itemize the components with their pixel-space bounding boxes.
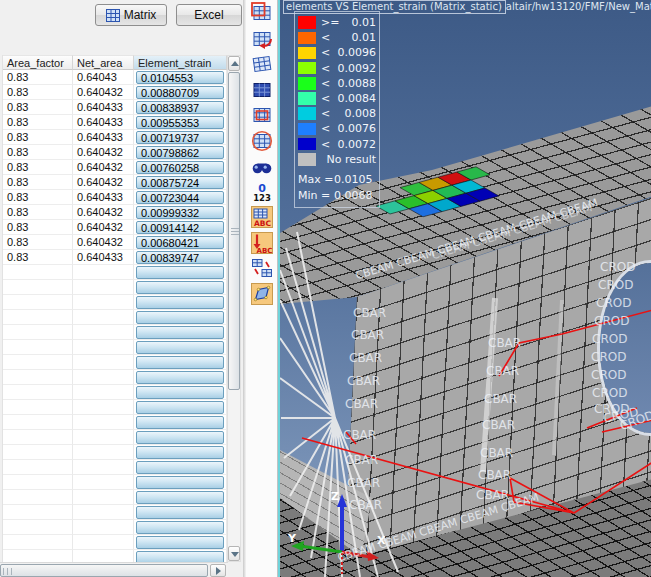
- table-cell[interactable]: 0.00838937: [134, 100, 227, 115]
- table-cell[interactable]: [73, 415, 134, 430]
- table-cell[interactable]: [3, 325, 73, 340]
- table-cell[interactable]: [134, 370, 227, 385]
- table-cell[interactable]: 0.83: [3, 70, 73, 85]
- excel-button[interactable]: Excel: [176, 4, 242, 26]
- table-cell[interactable]: 0.00839747: [134, 250, 227, 265]
- table-cell[interactable]: [134, 355, 227, 370]
- table-cell[interactable]: [134, 490, 227, 505]
- element-strain-field[interactable]: [136, 356, 224, 369]
- table-cell[interactable]: 0.00760258: [134, 160, 227, 175]
- table-cell[interactable]: 0.640432: [73, 145, 134, 160]
- element-strain-field[interactable]: [136, 416, 224, 429]
- vertical-scrollbar[interactable]: [227, 55, 241, 562]
- table-cell[interactable]: [3, 340, 73, 355]
- table-cell[interactable]: 0.83: [3, 220, 73, 235]
- table-cell[interactable]: 0.640433: [73, 130, 134, 145]
- table-cell[interactable]: 0.640433: [73, 190, 134, 205]
- element-strain-field[interactable]: 0.00875724: [136, 176, 224, 189]
- vertical-scrollbar-thumb[interactable]: [228, 72, 240, 390]
- table-cell[interactable]: [3, 520, 73, 535]
- element-strain-field[interactable]: [136, 536, 224, 549]
- table-cell[interactable]: [73, 475, 134, 490]
- element-strain-field[interactable]: [136, 341, 224, 354]
- table-cell[interactable]: [3, 370, 73, 385]
- table-cell[interactable]: 0.83: [3, 115, 73, 130]
- table-cell[interactable]: [134, 295, 227, 310]
- table-cell[interactable]: [3, 385, 73, 400]
- binoculars-search-icon[interactable]: [250, 154, 274, 178]
- table-cell[interactable]: 0.640433: [73, 100, 134, 115]
- element-strain-field[interactable]: [136, 521, 224, 534]
- table-cell[interactable]: 0.00999332: [134, 205, 227, 220]
- table-abc-icon[interactable]: ABC: [250, 205, 274, 229]
- column-header-area_factor[interactable]: Area_factor: [3, 55, 73, 70]
- table-cell[interactable]: [73, 535, 134, 550]
- table-cell[interactable]: [3, 265, 73, 280]
- table-cell[interactable]: [134, 445, 227, 460]
- table-cell[interactable]: 0.00914142: [134, 220, 227, 235]
- table-cell[interactable]: [134, 310, 227, 325]
- table-cell[interactable]: [3, 310, 73, 325]
- table-cell[interactable]: [3, 295, 73, 310]
- table-cell[interactable]: [73, 430, 134, 445]
- table-cell[interactable]: 0.00723044: [134, 190, 227, 205]
- table-cell[interactable]: [73, 520, 134, 535]
- element-strain-field[interactable]: 0.00798862: [136, 146, 224, 159]
- table-cell[interactable]: 0.83: [3, 85, 73, 100]
- table-cell[interactable]: 0.83: [3, 205, 73, 220]
- element-strain-field[interactable]: [136, 491, 224, 504]
- numbers-123-icon[interactable]: 0123: [250, 180, 274, 204]
- table-cell[interactable]: 0.83: [3, 235, 73, 250]
- table-cell[interactable]: [3, 490, 73, 505]
- table-cell[interactable]: 0.640432: [73, 160, 134, 175]
- element-strain-field[interactable]: [136, 506, 224, 519]
- table-cell[interactable]: 0.640432: [73, 85, 134, 100]
- table-cell[interactable]: [134, 475, 227, 490]
- matrix-button[interactable]: Matrix: [95, 4, 167, 26]
- table-cell[interactable]: 0.00719737: [134, 130, 227, 145]
- table-cell[interactable]: [134, 415, 227, 430]
- table-cell[interactable]: 0.00680421: [134, 235, 227, 250]
- scroll-right-button[interactable]: [210, 564, 226, 577]
- table-cell[interactable]: [3, 475, 73, 490]
- table-cell[interactable]: [73, 340, 134, 355]
- table-cell[interactable]: [134, 430, 227, 445]
- sort-abc-icon[interactable]: ABC: [250, 231, 274, 255]
- table-cell[interactable]: [3, 460, 73, 475]
- surface-edit-icon[interactable]: [250, 282, 274, 306]
- table-cell[interactable]: [134, 325, 227, 340]
- table-cell[interactable]: 0.64043: [73, 70, 134, 85]
- element-strain-field[interactable]: 0.00838937: [136, 101, 224, 114]
- element-strain-field[interactable]: [136, 446, 224, 459]
- matrix-transfer-icon[interactable]: [250, 256, 274, 280]
- element-strain-field[interactable]: 0.00760258: [136, 161, 224, 174]
- element-strain-field[interactable]: [136, 461, 224, 474]
- table-cell[interactable]: [134, 340, 227, 355]
- element-strain-field[interactable]: 0.00719737: [136, 131, 224, 144]
- table-cell[interactable]: [73, 370, 134, 385]
- element-strain-field[interactable]: 0.00880709: [136, 86, 224, 99]
- table-cell[interactable]: [73, 400, 134, 415]
- table-cell[interactable]: [73, 325, 134, 340]
- table-cell[interactable]: 0.00798862: [134, 145, 227, 160]
- matrix-sheet-icon[interactable]: [250, 52, 274, 76]
- table-cell[interactable]: [3, 280, 73, 295]
- table-cell[interactable]: [73, 310, 134, 325]
- element-strain-field[interactable]: [136, 401, 224, 414]
- column-header-net_area[interactable]: Net_area: [73, 55, 134, 70]
- table-cell[interactable]: 0.83: [3, 100, 73, 115]
- table-cell[interactable]: [3, 415, 73, 430]
- table-cell[interactable]: [3, 430, 73, 445]
- element-strain-field[interactable]: [136, 431, 224, 444]
- table-cell[interactable]: [73, 490, 134, 505]
- matrix-new-icon[interactable]: [250, 1, 274, 25]
- table-cell[interactable]: [3, 355, 73, 370]
- element-strain-field[interactable]: [136, 266, 224, 279]
- scroll-down-button[interactable]: [228, 546, 240, 561]
- table-cell[interactable]: [73, 295, 134, 310]
- horizontal-scrollbar-thumb[interactable]: [0, 564, 208, 577]
- table-cell[interactable]: [73, 460, 134, 475]
- element-strain-field[interactable]: [136, 476, 224, 489]
- table-cell[interactable]: 0.00880709: [134, 85, 227, 100]
- element-strain-field[interactable]: 0.00955353: [136, 116, 224, 129]
